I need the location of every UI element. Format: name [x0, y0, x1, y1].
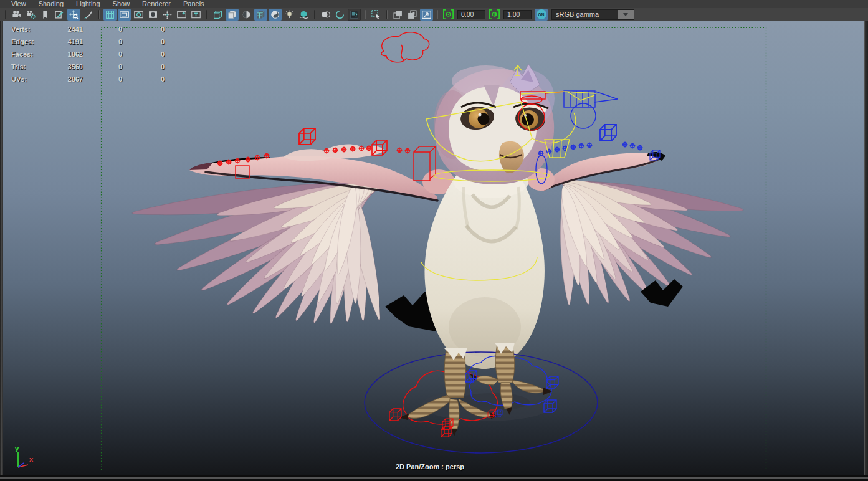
overlap-squares-outline-icon [408, 10, 417, 19]
owl-model[interactable] [131, 64, 745, 453]
exposure-control-button[interactable] [442, 9, 455, 21]
bookmark-button[interactable] [39, 9, 52, 21]
safe-title-icon [191, 10, 201, 19]
lighting-toggle-button[interactable] [283, 9, 296, 21]
right-wing-cube-control[interactable] [600, 125, 616, 141]
occlusion-spheres-icon [321, 10, 330, 19]
wireframe-on-shaded-icon [256, 10, 265, 19]
exposure-input[interactable] [457, 10, 485, 19]
viewport-3d[interactable]: y x Verts: 2441 0 0 Edges: 4191 0 0 Face… [3, 21, 864, 475]
gate-mask-icon [148, 10, 158, 19]
right-wing-shadow-wedge [641, 279, 683, 307]
exposure-bracket-icon [443, 9, 454, 19]
axis-y-label: y [15, 445, 19, 452]
hud-value: 2441 [49, 26, 83, 33]
menu-lighting[interactable]: Lighting [70, 0, 107, 8]
viewport-canvas[interactable]: y x [3, 21, 864, 475]
left-toe-middle [449, 399, 459, 429]
menu-renderer[interactable]: Renderer [136, 0, 177, 8]
isolate-select-view-button[interactable] [406, 9, 419, 21]
textured-display-button[interactable] [240, 9, 253, 21]
wireframe-display-button[interactable] [211, 9, 224, 21]
view-transform-value: sRGB gamma [552, 11, 618, 18]
select-camera-button[interactable] [10, 9, 23, 21]
menu-show[interactable]: Show [107, 0, 136, 8]
left-foot-cube-control[interactable] [441, 426, 452, 437]
camera-attributes-button[interactable] [24, 9, 37, 21]
hud-value: 3560 [49, 63, 83, 70]
use-default-material-button[interactable] [269, 9, 282, 21]
menu-panels[interactable]: Panels [177, 0, 211, 8]
hud-label: Edges: [11, 38, 49, 45]
axis-x-label: x [29, 455, 34, 463]
menu-shading[interactable]: Shading [32, 0, 70, 8]
left-foot-cube-control[interactable] [389, 409, 401, 421]
maya-viewport-panel: View Shading Lighting Show Renderer Pane… [0, 0, 868, 481]
grid-icon [105, 10, 115, 19]
field-chart-button[interactable] [161, 9, 174, 21]
view-transform-dropdown[interactable]: sRGB gamma [551, 9, 634, 20]
window-right-edge [864, 21, 868, 475]
screen-space-ao-button[interactable] [319, 9, 332, 21]
hud-value: 0 [122, 75, 165, 83]
bookmark-icon [41, 10, 50, 19]
film-gate-button[interactable] [118, 9, 131, 21]
camera-gear-icon [26, 10, 36, 19]
safe-action-button[interactable] [175, 9, 188, 21]
gamma-bracket-icon [489, 9, 500, 19]
safe-action-icon [177, 10, 186, 19]
hud-value: 0 [122, 26, 165, 33]
gamma-input[interactable] [503, 10, 532, 19]
window-bottom-bar [0, 475, 868, 481]
hud-value: 0 [83, 63, 122, 70]
camera-panel-label: 2D Pan/Zoom : persp [396, 463, 464, 470]
hud-label: Tris: [11, 63, 49, 70]
toolbar-separator [365, 10, 366, 19]
hud-value: 0 [83, 38, 122, 45]
wireframe-on-shaded-button[interactable] [254, 9, 267, 21]
sample-square-icon [350, 10, 359, 19]
hud-value: 1862 [49, 50, 83, 58]
hud-label: Verts: [11, 26, 49, 33]
shadow-sphere-icon [299, 10, 308, 19]
color-management-toggle[interactable]: ON [535, 9, 548, 21]
chevron-down-icon[interactable] [618, 10, 634, 19]
resolution-gate-icon [134, 10, 143, 19]
object-selection-button[interactable] [370, 9, 383, 21]
smooth-shade-button[interactable] [226, 9, 239, 21]
multisample-aa-button[interactable] [348, 9, 361, 21]
toolbar-separator [206, 10, 207, 19]
pan-zoom-icon [69, 10, 79, 19]
gamma-control-button[interactable] [488, 9, 501, 21]
left-wing-cube-control[interactable] [299, 128, 315, 145]
field-chart-icon [163, 10, 172, 19]
grease-pencil-frame-button[interactable] [53, 9, 66, 21]
head-cloud-control[interactable] [381, 32, 429, 62]
shaded-cube-icon [227, 10, 237, 19]
pan-zoom-tool-button[interactable] [67, 9, 80, 21]
menu-view[interactable]: View [5, 0, 32, 8]
lightbulb-icon [285, 10, 294, 19]
owl-head[interactable] [434, 64, 555, 184]
safe-title-button[interactable] [189, 9, 203, 21]
camera-icon [12, 10, 21, 19]
hud-value: 2867 [49, 75, 83, 83]
motion-blur-button[interactable] [333, 9, 346, 21]
left-eye-highlight [479, 113, 482, 117]
hud-row-edges: Edges: 4191 0 0 [11, 36, 165, 48]
right-foot-cube-control[interactable] [546, 376, 558, 388]
isolate-select-button[interactable] [391, 9, 404, 21]
hud-row-uvs: UVs: 2867 0 0 [11, 73, 165, 85]
brow-wing-shape [594, 92, 618, 102]
grease-pencil-icon [55, 10, 64, 19]
grease-pencil-draw-button[interactable] [82, 9, 95, 21]
left-wing-feathers[interactable] [131, 176, 387, 326]
gate-mask-button[interactable] [146, 9, 160, 21]
resolution-gate-button[interactable] [132, 9, 145, 21]
panel-menubar: View Shading Lighting Show Renderer Pane… [0, 0, 868, 8]
activate-2d-pan-zoom-button[interactable] [420, 9, 433, 21]
shadows-toggle-button[interactable] [297, 9, 310, 21]
marquee-cursor-icon [371, 10, 381, 19]
show-grid-button[interactable] [103, 9, 117, 21]
toolbar-separator [98, 10, 100, 19]
